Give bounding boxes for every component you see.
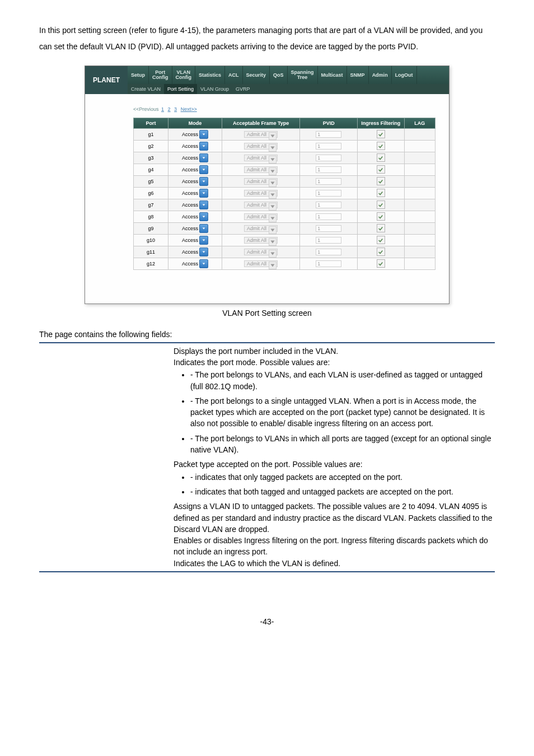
lag-cell — [404, 258, 435, 269]
nav-port-config[interactable]: PortConfig — [149, 66, 172, 84]
nav-multicast[interactable]: Multicast — [318, 66, 347, 84]
pvid-cell: 1 — [300, 164, 358, 175]
col-frame-type: Acceptable Frame Type — [222, 118, 299, 128]
subnav-port-setting[interactable]: Port Setting — [164, 84, 197, 94]
nav-admin[interactable]: Admin — [369, 66, 392, 84]
nav-vlan-config[interactable]: VLANConfig — [172, 66, 196, 84]
frame-cell: Admit All — [222, 258, 299, 269]
frame-cell: Admit All — [222, 175, 299, 187]
field-frame-intro: Packet type accepted on the port. Possib… — [174, 459, 495, 470]
mode-dropdown-button[interactable] — [199, 153, 208, 162]
nav-snmp[interactable]: SNMP — [347, 66, 369, 84]
pvid-cell: 1 — [300, 246, 358, 258]
mode-dropdown-button[interactable] — [199, 165, 208, 174]
pvid-input[interactable]: 1 — [316, 166, 341, 173]
lag-cell — [404, 199, 435, 211]
ingress-checkbox[interactable] — [377, 177, 385, 185]
pvid-input[interactable]: 1 — [316, 202, 341, 208]
mode-cell: Access — [168, 187, 222, 199]
pvid-cell: 1 — [300, 152, 358, 164]
frame-cell: Admit All — [222, 164, 299, 175]
port-table: Port Mode Acceptable Frame Type PVID Ing… — [133, 118, 435, 270]
ingress-checkbox[interactable] — [377, 259, 385, 268]
lag-cell — [404, 164, 435, 175]
lag-cell — [404, 211, 435, 222]
mode-dropdown-button[interactable] — [199, 248, 208, 256]
vlan-port-setting-screenshot: PLANET SetupPortConfigVLANConfigStatisti… — [85, 66, 449, 304]
subnav-gvrp[interactable]: GVRP — [232, 84, 254, 94]
mode-dropdown-button[interactable] — [199, 130, 208, 139]
table-row: g4AccessAdmit All1 — [134, 164, 435, 175]
mode-cell: Access — [168, 140, 222, 152]
mode-value: Access — [182, 167, 198, 172]
pvid-cell: 1 — [300, 187, 358, 199]
table-row: g5AccessAdmit All1 — [134, 175, 435, 187]
frame-type-select: Admit All — [244, 178, 278, 185]
mode-dropdown-button[interactable] — [199, 212, 208, 221]
ingress-checkbox[interactable] — [377, 200, 385, 209]
mode-dropdown-button[interactable] — [199, 259, 208, 268]
frame-type-select: Admit All — [244, 131, 278, 138]
pvid-cell: 1 — [300, 199, 358, 211]
table-row: g12AccessAdmit All1 — [134, 258, 435, 269]
chevron-down-icon — [269, 144, 277, 152]
pvid-cell: 1 — [300, 175, 358, 187]
nav-qos[interactable]: QoS — [270, 66, 288, 84]
pvid-input[interactable]: 1 — [316, 143, 341, 150]
frame-cell: Admit All — [222, 187, 299, 199]
mode-cell: Access — [168, 246, 222, 258]
port-cell: g12 — [134, 258, 168, 269]
nav-acl[interactable]: ACL — [225, 66, 243, 84]
mode-value: Access — [182, 132, 198, 137]
main-nav: SetupPortConfigVLANConfigStatisticsACLSe… — [128, 66, 449, 84]
nav-setup[interactable]: Setup — [128, 66, 149, 84]
chevron-down-icon — [269, 250, 277, 258]
subnav-create-vlan[interactable]: Create VLAN — [128, 84, 164, 94]
pager-next[interactable]: Next>> — [180, 106, 198, 112]
ingress-checkbox[interactable] — [377, 212, 385, 221]
pvid-input[interactable]: 1 — [316, 225, 341, 232]
pvid-input[interactable]: 1 — [316, 155, 341, 161]
lag-cell — [404, 152, 435, 164]
chevron-down-icon — [269, 191, 277, 199]
mode-dropdown-button[interactable] — [199, 200, 208, 209]
ingress-checkbox[interactable] — [377, 130, 385, 138]
pvid-input[interactable]: 1 — [316, 237, 341, 244]
pager-page-2[interactable]: 2 — [167, 106, 172, 112]
frame-cell: Admit All — [222, 211, 299, 222]
pvid-input[interactable]: 1 — [316, 131, 341, 138]
mode-dropdown-button[interactable] — [199, 236, 208, 245]
ingress-checkbox[interactable] — [377, 236, 385, 244]
subnav-vlan-group[interactable]: VLAN Group — [197, 84, 232, 94]
nav-statistics[interactable]: Statistics — [195, 66, 225, 84]
ingress-checkbox[interactable] — [377, 248, 385, 256]
nav-spanning-tree[interactable]: SpanningTree — [288, 66, 318, 84]
pager-prev[interactable]: <<Previous — [133, 106, 159, 112]
frame-type-select: Admit All — [244, 225, 278, 232]
lag-cell — [404, 140, 435, 152]
pvid-input[interactable]: 1 — [316, 249, 341, 255]
ingress-checkbox[interactable] — [377, 189, 385, 197]
mode-dropdown-button[interactable] — [199, 189, 208, 198]
field-port: Displays the port number included in the… — [174, 346, 495, 357]
mode-value: Access — [182, 237, 198, 243]
pager-page-3[interactable]: 3 — [173, 106, 178, 112]
pvid-input[interactable]: 1 — [316, 190, 341, 197]
pager-page-1[interactable]: 1 — [160, 106, 165, 112]
mode-dropdown-button[interactable] — [199, 224, 208, 233]
ingress-checkbox[interactable] — [377, 142, 385, 150]
pvid-input[interactable]: 1 — [316, 260, 341, 267]
ingress-checkbox[interactable] — [377, 224, 385, 232]
nav-logout[interactable]: LogOut — [392, 66, 417, 84]
ingress-checkbox[interactable] — [377, 153, 385, 162]
table-row: g3AccessAdmit All1 — [134, 152, 435, 164]
frame-type-select: Admit All — [244, 190, 278, 197]
col-pvid: PVID — [300, 118, 358, 128]
mode-dropdown-button[interactable] — [199, 177, 208, 186]
ingress-checkbox[interactable] — [377, 165, 385, 174]
intro-paragraph: In this port setting screen (refer to fi… — [39, 22, 495, 55]
pvid-input[interactable]: 1 — [316, 178, 341, 185]
pvid-input[interactable]: 1 — [316, 213, 341, 220]
mode-dropdown-button[interactable] — [199, 142, 208, 151]
nav-security[interactable]: Security — [243, 66, 270, 84]
